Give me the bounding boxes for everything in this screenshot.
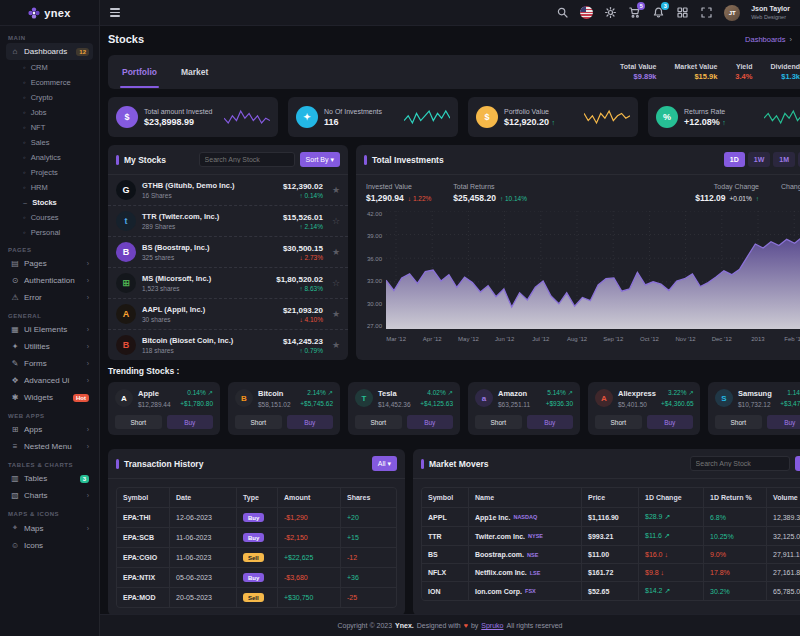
buy-button[interactable]: Buy <box>767 415 800 429</box>
sidebar-item[interactable]: ▥ Tables 3 › <box>6 470 93 487</box>
buy-button[interactable]: Buy <box>647 415 694 429</box>
sidebar-item[interactable]: ✦ Utilities › <box>6 338 93 355</box>
search-icon[interactable] <box>556 6 569 19</box>
user-avatar[interactable]: JT <box>724 5 740 21</box>
sidebar-subitem[interactable]: Courses <box>21 210 93 225</box>
stat-card-value: $12,920.20 ↑ <box>504 117 555 127</box>
short-button[interactable]: Short <box>235 415 282 429</box>
favorite-star-icon[interactable]: ★ <box>332 309 340 319</box>
buy-button[interactable]: Buy <box>407 415 454 429</box>
movers-sort-button[interactable]: Sort By ▾ <box>795 456 800 471</box>
notifications-bell-icon[interactable]: 3 <box>652 6 665 19</box>
short-button[interactable]: Short <box>475 415 522 429</box>
table-column-header[interactable]: Shares <box>341 488 396 507</box>
area-chart-svg[interactable] <box>386 211 800 329</box>
view-tab[interactable]: Market <box>179 56 210 88</box>
mv-name: Netflix.com Inc. <box>475 569 527 576</box>
sidebar-subitem[interactable]: Personal <box>21 225 93 240</box>
sidebar-subitem[interactable]: CRM <box>21 60 93 75</box>
transactions-table: SymbolDateTypeAmountShares EPA:THI 12-06… <box>116 487 397 608</box>
mv-change: $9.8 ↓ <box>639 564 703 581</box>
time-range-button[interactable]: 1W <box>748 152 771 167</box>
short-button[interactable]: Short <box>115 415 162 429</box>
mv-return: 10.25% <box>704 527 766 545</box>
sidebar-subitem[interactable]: HRM <box>21 180 93 195</box>
stock-list-item[interactable]: G GTHB (Gituhb, Demo Inc.) 16 Shares $12… <box>108 175 348 206</box>
market-movers-title: Market Movers <box>429 459 489 469</box>
buy-button[interactable]: Buy <box>167 415 214 429</box>
table-column-header[interactable]: 1D Change <box>639 488 703 507</box>
sidebar-item[interactable]: ▤ Pages › <box>6 255 93 272</box>
sidebar-subitem[interactable]: NFT <box>21 120 93 135</box>
stock-logo-icon: B <box>116 335 136 355</box>
table-column-header[interactable]: Price <box>582 488 638 507</box>
sidebar-subitem[interactable]: Stocks <box>21 195 93 210</box>
stock-list-item[interactable]: ⊞ MS (Micorsoft, Inc.) 1,523 shares $1,8… <box>108 268 348 299</box>
menu-toggle-icon[interactable] <box>110 8 120 16</box>
sidebar-item[interactable]: ❖ Advanced Ui › <box>6 372 93 389</box>
short-button[interactable]: Short <box>355 415 402 429</box>
sidebar-subitem[interactable]: Sales <box>21 135 93 150</box>
favorite-star-icon[interactable]: ★ <box>332 340 340 350</box>
sidebar-item[interactable]: ▧ Charts › <box>6 487 93 504</box>
table-column-header[interactable]: Date <box>170 488 236 507</box>
sidebar-item[interactable]: ⌖ Maps › <box>6 519 93 537</box>
stock-shares: 1,523 shares <box>142 285 211 292</box>
vendor-link[interactable]: Spruko <box>481 622 503 629</box>
sidebar-subitem[interactable]: Ecommerce <box>21 75 93 90</box>
buy-button[interactable]: Buy <box>287 415 334 429</box>
stock-list-item[interactable]: B BS (Boostrap, Inc.) 325 shares $30,500… <box>108 237 348 268</box>
sidebar-item[interactable]: ⊙ Authentication › <box>6 272 93 289</box>
table-column-header[interactable]: 1D Return % <box>704 488 766 507</box>
favorite-star-icon[interactable]: ★ <box>332 185 340 195</box>
sidebar-item[interactable]: ⊞ Apps › <box>6 421 93 438</box>
chevron-right-icon: › <box>87 294 89 301</box>
view-tab[interactable]: Portfolio <box>120 56 159 88</box>
fullscreen-icon[interactable] <box>700 6 713 19</box>
stock-list-item[interactable]: B Bitcoin (Bioset Coin, Inc.) 118 shares… <box>108 330 348 360</box>
table-column-header[interactable]: Amount <box>278 488 340 507</box>
sidebar-item[interactable]: ☺ Icons › <box>6 537 93 554</box>
cart-icon[interactable]: 5 <box>628 6 641 19</box>
sidebar-item[interactable]: ✱ Widgets Hot › <box>6 389 93 406</box>
sidebar-item[interactable]: ⌂ Dashboards 12 › <box>6 43 93 60</box>
buy-button[interactable]: Buy <box>527 415 574 429</box>
brand-logo[interactable]: ynex <box>0 0 99 26</box>
breadcrumb-dashboards-link[interactable]: Dashboards <box>745 35 785 44</box>
movers-search-input[interactable] <box>690 456 790 471</box>
time-range-button[interactable]: 1D <box>724 152 745 167</box>
sidebar-subitem[interactable]: Crypto <box>21 90 93 105</box>
stat-card-icon: $ <box>476 106 498 128</box>
time-range-button[interactable]: 1M <box>773 152 795 167</box>
table-column-header[interactable]: Volume <box>767 488 800 507</box>
sidebar-subitem[interactable]: Analytics <box>21 150 93 165</box>
table-column-header[interactable]: Symbol <box>117 488 169 507</box>
sidebar-item-badge: Hot <box>73 394 89 402</box>
sidebar-item[interactable]: ✎ Forms › <box>6 355 93 372</box>
favorite-star-icon[interactable]: ☆ <box>332 278 340 288</box>
stock-list-item[interactable]: t TTR (Twiter.com, Inc.) 289 Shares $15,… <box>108 206 348 237</box>
stock-list-item[interactable]: A AAPL (Appil, Inc.) 30 shares $21,093.2… <box>108 299 348 330</box>
sidebar-subitem[interactable]: Jobs <box>21 105 93 120</box>
sort-by-button[interactable]: Sort By ▾ <box>300 152 340 167</box>
breadcrumb-separator: › <box>790 35 793 44</box>
filter-all-button[interactable]: All ▾ <box>372 456 397 471</box>
theme-toggle-sun-icon[interactable] <box>604 6 617 19</box>
table-column-header[interactable]: Name <box>469 488 581 507</box>
table-column-header[interactable]: Symbol <box>422 488 468 507</box>
stat-card-label: Returns Rate <box>684 108 726 115</box>
sidebar-item[interactable]: ▦ Ui Elements › <box>6 321 93 338</box>
table-column-header[interactable]: Type <box>237 488 277 507</box>
trending-stock-percent: 0.14% ↗ <box>180 389 213 397</box>
short-button[interactable]: Short <box>715 415 762 429</box>
favorite-star-icon[interactable]: ★ <box>332 247 340 257</box>
sidebar-item[interactable]: ≡ Nested Menu › <box>6 438 93 455</box>
short-button[interactable]: Short <box>595 415 642 429</box>
apps-grid-icon[interactable] <box>676 6 689 19</box>
language-flag-icon[interactable] <box>580 6 593 19</box>
sidebar-subitem[interactable]: Projects <box>21 165 93 180</box>
stock-search-input[interactable] <box>199 152 295 167</box>
favorite-star-icon[interactable]: ☆ <box>332 216 340 226</box>
user-info[interactable]: Json Taylor Web Designer <box>751 5 790 19</box>
sidebar-item[interactable]: ⚠ Error › <box>6 289 93 306</box>
